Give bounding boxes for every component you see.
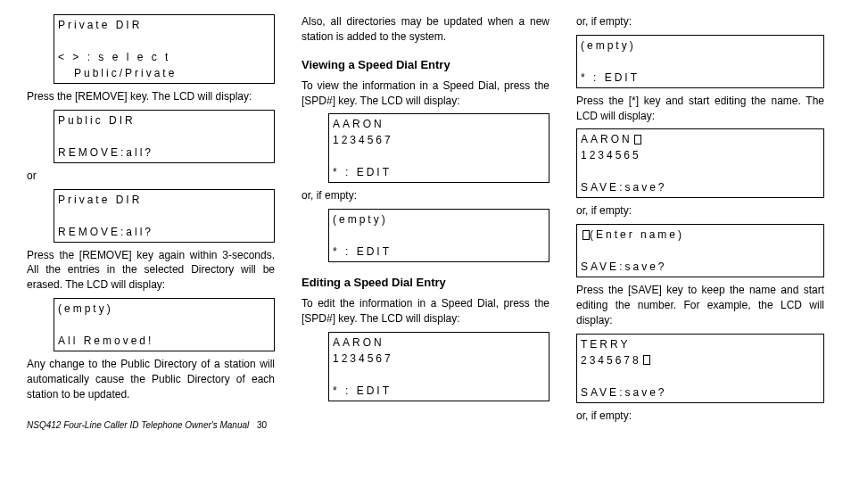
lcd-line: (empty)	[581, 37, 820, 54]
page-body: Private DIR < > : s e l e c t Public/Pri…	[27, 9, 824, 432]
column-3: or, if empty: (empty) * : EDIT Press the…	[576, 9, 824, 432]
cursor-icon	[582, 230, 590, 240]
body-text: To edit the information in a Speed Dial,…	[302, 296, 549, 326]
column-1: Private DIR < > : s e l e c t Public/Pri…	[27, 9, 275, 432]
body-text: Any change to the Public Directory of a …	[27, 357, 275, 401]
lcd-line: Private DIR	[58, 192, 270, 208]
lcd-aaron-edit: AARON 1234567 * : EDIT	[328, 332, 549, 401]
page-footer: NSQ412 Four-Line Caller ID Telephone Own…	[27, 419, 275, 432]
heading-editing: Editing a Speed Dial Entry	[302, 275, 549, 291]
lcd-private-remove: Private DIR REMOVE:all?	[54, 189, 275, 243]
lcd-line: TERRY	[581, 336, 820, 352]
lcd-aaron-view: AARON 1234567 * : EDIT	[328, 113, 549, 183]
body-text: or, if empty:	[576, 409, 824, 424]
lcd-line: SAVE:save?	[581, 179, 820, 195]
lcd-empty-view: (empty) * : EDIT	[328, 209, 549, 262]
body-text: Press the [*] key and start editing the …	[576, 94, 824, 124]
lcd-line: 1234567	[333, 351, 545, 367]
lcd-public-remove: Public DIR REMOVE:all?	[54, 110, 275, 163]
lcd-line: * : EDIT	[333, 244, 545, 260]
lcd-line: Private DIR	[58, 17, 270, 33]
column-2: Also, all directories may be updated whe…	[302, 9, 549, 432]
heading-viewing: Viewing a Speed Dial Entry	[302, 57, 549, 73]
lcd-enter-name: (Enter name) SAVE:save?	[576, 224, 824, 277]
body-text: Also, all directories may be updated whe…	[302, 14, 549, 45]
lcd-line: 1234567	[333, 132, 545, 148]
body-text: Press the [SAVE] key to keep the name an…	[576, 283, 824, 327]
cursor-icon	[643, 355, 650, 365]
footer-title: NSQ412 Four-Line Caller ID Telephone Own…	[27, 420, 249, 430]
lcd-line: * : EDIT	[581, 70, 820, 86]
body-text: or, if empty:	[576, 14, 824, 29]
lcd-line: SAVE:save?	[581, 384, 820, 401]
lcd-line: (empty)	[58, 301, 270, 317]
lcd-line: (empty)	[333, 211, 545, 227]
lcd-line: AARON	[333, 116, 545, 132]
footer-page: 30	[257, 420, 267, 430]
lcd-line: < > : s e l e c t	[58, 49, 270, 65]
lcd-line: AARON	[581, 131, 820, 147]
lcd-line: (Enter name)	[581, 227, 820, 243]
lcd-line: AARON	[333, 335, 545, 351]
body-text: Press the [REMOVE] key again within 3-se…	[27, 248, 275, 293]
body-text: or	[27, 169, 275, 184]
lcd-aaron-cursor-save: AARON 1234565 SAVE:save?	[576, 128, 824, 198]
lcd-line: Public/Private	[58, 65, 270, 81]
body-text: or, if empty:	[302, 188, 549, 203]
lcd-line: * : EDIT	[333, 164, 545, 180]
lcd-line: All Removed!	[58, 333, 270, 349]
lcd-private-dir-select: Private DIR < > : s e l e c t Public/Pri…	[54, 14, 275, 84]
lcd-line: 1234565	[581, 147, 820, 163]
lcd-terry-save: TERRY 2345678 SAVE:save?	[576, 334, 824, 403]
lcd-empty-edit: (empty) * : EDIT	[576, 35, 824, 88]
body-text: To view the information in a Speed Dial,…	[302, 78, 549, 109]
lcd-line: Public DIR	[58, 112, 270, 128]
lcd-line: * : EDIT	[333, 383, 545, 399]
body-text: or, if empty:	[576, 203, 824, 219]
lcd-line: SAVE:save?	[581, 259, 820, 275]
lcd-line: REMOVE:all?	[58, 224, 270, 240]
body-text: Press the [REMOVE] key. The LCD will dis…	[27, 89, 275, 104]
cursor-icon	[634, 135, 641, 145]
lcd-empty-removed: (empty) All Removed!	[54, 298, 275, 351]
lcd-line: 2345678	[581, 352, 820, 368]
lcd-line: REMOVE:all?	[58, 145, 270, 161]
